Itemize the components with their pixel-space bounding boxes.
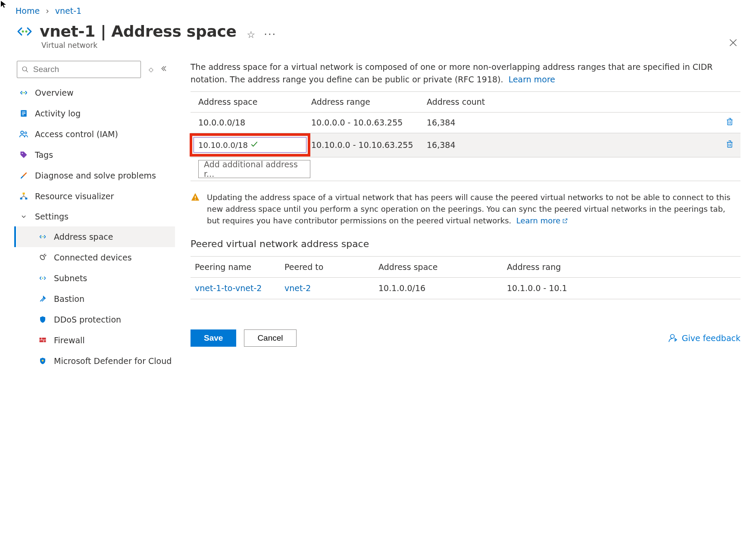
peered-table-header: Peering name Peered to Address space Add… [191,256,740,278]
nav-label: Activity log [35,109,81,118]
col-header-range: Address rang [507,262,740,272]
nav-firewall[interactable]: Firewall [17,330,175,351]
sort-icon[interactable]: ◇ [149,66,152,73]
address-space-input[interactable]: 10.10.0.0/18 [194,137,306,153]
warning-icon [191,191,200,226]
col-header-range: Address range [311,97,427,107]
vnet-small-icon [37,232,48,242]
nav-ddos[interactable]: DDoS protection [17,309,175,330]
shield-icon [37,356,48,366]
cell-space: 10.1.0.0/16 [378,283,507,293]
cell-range: 10.0.0.0 - 10.0.63.255 [311,118,427,127]
svg-rect-14 [25,198,27,199]
nav-resource-visualizer[interactable]: Resource visualizer [17,186,175,207]
more-actions-icon[interactable]: ··· [264,28,276,41]
nav-label: Firewall [54,335,85,345]
nav-bastion[interactable]: Bastion [17,288,175,309]
add-address-space-input[interactable]: Add additional address r... [198,160,310,178]
nav-subnets[interactable]: Subnets [17,268,175,288]
delete-icon[interactable] [725,141,734,150]
save-button[interactable]: Save [191,329,236,347]
cell-range: 10.1.0.0 - 10.1 [507,283,740,293]
svg-rect-26 [195,196,196,198]
svg-rect-6 [22,112,25,113]
nav-label: Diagnose and solve problems [35,171,156,180]
learn-more-link[interactable]: Learn more [509,75,555,84]
svg-point-2 [22,67,27,71]
bastion-icon [37,294,48,304]
cell-range: 10.10.0.0 - 10.10.63.255 [311,140,427,150]
search-input[interactable] [17,61,141,78]
nav-tags[interactable]: Tags [17,144,175,165]
nav-connected-devices[interactable]: Connected devices [17,247,175,268]
vnet-small-icon [37,273,48,283]
svg-point-28 [670,334,674,338]
log-icon [19,108,29,119]
highlight-box: 10.10.0.0/18 [190,133,310,157]
peered-row: vnet-1-to-vnet-2 vnet-2 10.1.0.0/16 10.1… [191,278,740,299]
nav-diagnose[interactable]: Diagnose and solve problems [17,165,175,186]
cell-count: 16,384 [427,118,719,127]
tag-icon [19,150,29,160]
peering-name-link[interactable]: vnet-1-to-vnet-2 [195,283,262,293]
svg-rect-12 [23,193,25,194]
people-icon [19,129,29,139]
delete-icon[interactable] [725,118,734,128]
page-subtitle: Virtual network [41,41,237,50]
address-space-row: 10.10.0.0/18 10.10.0.0 - 10.10.63.255 16… [191,133,740,157]
nav-activity-log[interactable]: Activity log [17,103,175,124]
learn-more-link[interactable]: Learn more [516,216,569,225]
cell-count: 16,384 [427,140,719,150]
search-icon [22,66,29,73]
nav-label: Connected devices [54,253,132,262]
col-header-space: Address space [378,262,507,272]
close-icon[interactable] [728,37,739,50]
vnet-icon [16,22,34,42]
chevron-down-icon [19,212,29,221]
peered-title: Peered virtual network address space [191,238,740,249]
cancel-button[interactable]: Cancel [244,329,296,347]
nav-label: Subnets [54,273,87,283]
chevron-right-icon: › [46,6,49,16]
favorite-star-icon[interactable]: ☆ [247,29,256,40]
nav-defender[interactable]: Microsoft Defender for Cloud [17,351,175,371]
svg-point-9 [21,131,23,134]
col-header-count: Address count [427,97,719,107]
svg-point-16 [43,236,44,237]
plug-icon [37,252,48,263]
svg-point-17 [39,254,45,260]
nav-label: Address space [54,232,113,241]
diagram-icon [19,191,29,201]
warning-banner: Updating the address space of a virtual … [191,191,740,226]
svg-point-1 [25,31,28,33]
breadcrumb: Home › vnet-1 [16,6,740,16]
nav-overview[interactable]: Overview [17,82,175,103]
shield-icon [37,314,48,325]
svg-point-11 [22,153,23,154]
svg-point-23 [42,360,44,362]
collapse-sidebar-icon[interactable] [159,65,167,74]
cell-space[interactable]: 10.0.0.0/18 [191,118,311,127]
peered-to-link[interactable]: vnet-2 [284,283,311,293]
page-title: vnet-1 | Address space [40,22,237,40]
svg-rect-27 [195,199,196,200]
breadcrumb-home[interactable]: Home [16,6,40,16]
firewall-icon [37,335,48,345]
address-space-table: Address space Address range Address coun… [191,91,740,181]
nav-address-space[interactable]: Address space [17,226,175,247]
give-feedback-link[interactable]: Give feedback [667,333,740,343]
svg-rect-25 [728,142,732,147]
svg-rect-7 [22,113,25,114]
nav-settings-expander[interactable]: Settings [17,207,175,226]
svg-point-15 [41,236,42,237]
nav-label: Microsoft Defender for Cloud [54,356,172,366]
nav-label: Resource visualizer [35,191,114,201]
svg-rect-8 [22,115,24,116]
address-space-row: 10.0.0.0/18 10.0.0.0 - 10.0.63.255 16,38… [191,113,740,133]
breadcrumb-current[interactable]: vnet-1 [55,6,81,16]
col-header-peered-to: Peered to [284,262,378,272]
svg-rect-13 [20,198,22,199]
feedback-icon [667,333,678,343]
nav-access-control[interactable]: Access control (IAM) [17,124,175,144]
svg-point-3 [22,92,24,94]
